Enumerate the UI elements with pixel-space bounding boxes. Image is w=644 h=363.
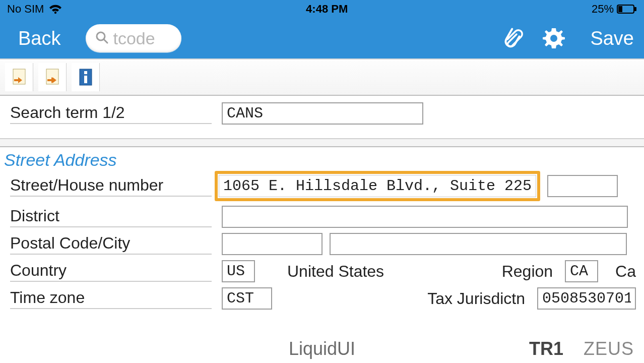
postal-label: Postal Code/City [10,234,212,255]
street-highlight [215,171,540,201]
gear-icon[interactable] [542,26,566,50]
ios-status-bar: No SIM 4:48 PM 25% [0,0,644,18]
svg-rect-14 [84,76,87,83]
battery-icon [617,5,637,14]
country-label: Country [10,261,212,282]
save-button[interactable]: Save [590,28,634,49]
taxjur-input[interactable] [537,287,636,310]
timezone-label: Time zone [10,288,212,309]
section-title-street-address: Street Address [0,147,644,171]
svg-line-5 [104,39,107,43]
toolbar-button-info[interactable] [72,63,100,91]
row-country: Country United States Region Ca [0,258,644,285]
row-district: District [0,203,644,230]
region-label: Region [502,262,553,281]
region-code-input[interactable] [565,260,598,282]
status-right: 25% [592,3,637,16]
search-term-label: Search term 1/2 [10,103,212,124]
footer-bar: LiquidUI TR1 ZEUS [0,335,644,363]
timezone-input[interactable] [222,287,272,310]
battery-pct: 25% [592,3,614,16]
form-area: Search term 1/2 Street Address Street/Ho… [0,96,644,312]
row-search-term: Search term 1/2 [0,100,644,127]
district-label: District [10,207,212,227]
status-time: 4:48 PM [306,3,348,16]
row-timezone: Time zone Tax Jurisdictn [0,285,644,312]
status-left: No SIM [7,3,62,16]
svg-point-6 [550,35,557,42]
footer-app-name: LiquidUI [289,338,355,359]
svg-rect-3 [618,6,622,12]
wifi-icon [49,4,62,14]
footer-server: ZEUS [584,338,634,359]
search-icon [95,30,109,46]
paperclip-icon[interactable] [501,27,524,49]
section-separator [0,138,644,147]
toolbar-button-prev[interactable] [5,63,33,91]
country-name: United States [287,262,384,281]
row-postal: Postal Code/City [0,230,644,258]
house-number-input[interactable] [547,175,618,197]
footer-system: TR1 [529,338,563,359]
row-street: Street/House number [0,171,644,203]
country-code-input[interactable] [222,260,255,282]
navigation-header: Back Save [0,18,644,58]
carrier-label: No SIM [7,3,44,16]
street-input[interactable] [219,175,536,197]
region-name-partial: Ca [615,262,636,281]
tcode-search[interactable] [86,24,181,52]
tcode-input[interactable] [113,29,172,48]
taxjur-label: Tax Jurisdictn [427,289,525,308]
postal-code-input[interactable] [222,233,323,255]
district-input[interactable] [222,206,628,228]
svg-point-0 [54,12,56,14]
search-term-input[interactable] [222,102,423,125]
back-button[interactable]: Back [18,28,60,49]
toolbar-button-next[interactable] [38,63,67,91]
svg-rect-13 [84,71,87,74]
city-input[interactable] [330,233,627,255]
sap-toolbar [0,58,644,96]
street-label: Street/House number [10,176,212,197]
svg-rect-2 [634,7,636,11]
